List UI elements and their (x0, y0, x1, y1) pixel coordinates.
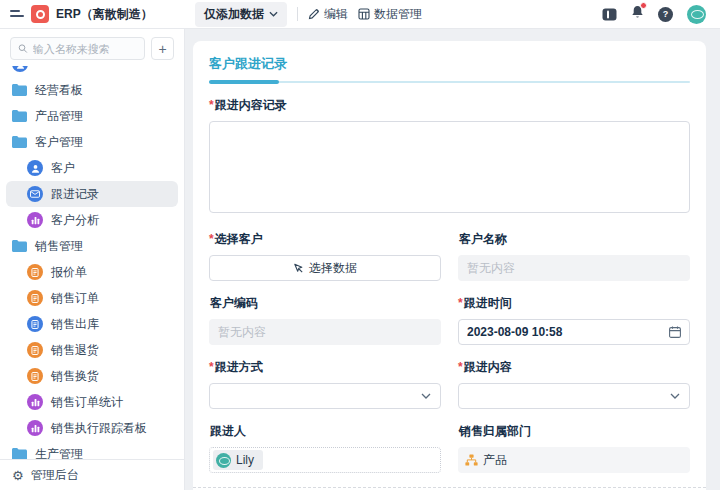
admin-footer[interactable]: ⚙ 管理后台 (0, 459, 184, 490)
follow-time-input[interactable] (467, 325, 669, 339)
doc-icon (27, 290, 43, 306)
sidebar-item-label: 客户 (51, 160, 75, 177)
sidebar-item-label: 跟进记录 (51, 186, 99, 203)
field-label-text: 跟进方式 (215, 360, 263, 374)
add-app-button[interactable]: + (151, 37, 174, 60)
sidebar-item-客户[interactable]: 客户 (6, 155, 178, 181)
required-asterisk: * (458, 296, 463, 310)
gear-icon: ⚙ (12, 469, 24, 482)
follow-method-select[interactable] (209, 383, 441, 409)
sidebar-item-label: 销售订单统计 (51, 394, 123, 411)
sidebar-item-销售出库[interactable]: 销售出库 (6, 311, 178, 337)
sidebar-item-跟进记录[interactable]: 跟进记录 (6, 181, 178, 207)
topbar: ERP（离散制造） 仅添加数据 编辑 数据管理 ? (0, 0, 720, 29)
field-label: *跟进方式 (209, 359, 441, 376)
person-chip: Lily (213, 450, 263, 470)
follow-time-picker[interactable] (458, 319, 690, 345)
sidebar-item-销售换货[interactable]: 销售换货 (6, 363, 178, 389)
folder-icon (12, 136, 27, 148)
sales-department-field: 产品 (458, 447, 690, 473)
field-label: 跟进人 (209, 423, 441, 440)
panel-toggle-icon[interactable] (602, 8, 617, 21)
sidebar-item-经营看板[interactable]: 经营看板 (6, 77, 178, 103)
notification-dot (640, 2, 647, 9)
field-label: 客户名称 (458, 231, 690, 248)
field-label: 销售归属部门 (458, 423, 690, 440)
required-asterisk: * (209, 98, 214, 112)
sidebar-item-生产管理[interactable]: 生产管理 (6, 441, 178, 459)
field-sales-department: 销售归属部门 产品 (458, 423, 690, 473)
sidebar-item-label: 销售退货 (51, 342, 99, 359)
doc-icon (27, 342, 43, 358)
folder-icon (12, 240, 27, 252)
doc-icon (27, 368, 43, 384)
sidebar-item-客户分析[interactable]: 客户分析 (6, 207, 178, 233)
doc-icon (27, 264, 43, 280)
follow-content-select[interactable] (458, 383, 690, 409)
field-label: *跟进时间 (458, 295, 690, 312)
person-name: Lily (236, 453, 254, 467)
folder-icon (12, 84, 27, 96)
search-input[interactable] (33, 43, 137, 55)
content-record-textarea[interactable] (209, 121, 690, 213)
field-label-text: 客户名称 (459, 232, 507, 246)
doc-icon (27, 316, 43, 332)
notification-bell-icon[interactable] (631, 5, 644, 23)
required-asterisk: * (209, 232, 214, 246)
topbar-left: ERP（离散制造） (0, 5, 185, 23)
person-icon (27, 160, 43, 176)
app-logo (31, 5, 49, 23)
edit-button[interactable]: 编辑 (308, 6, 348, 23)
search-box[interactable] (10, 37, 145, 60)
field-label-text: 跟进内容记录 (215, 98, 287, 112)
mode-dropdown[interactable]: 仅添加数据 (195, 2, 287, 27)
sidebar-item-label: 报价单 (51, 264, 87, 281)
sidebar-item-label: 销售出库 (51, 316, 99, 333)
chevron-down-icon (269, 11, 278, 17)
tab-active-indicator (209, 80, 279, 84)
topbar-center: 仅添加数据 编辑 数据管理 (185, 2, 602, 27)
calendar-icon (669, 326, 681, 338)
folder-icon (12, 110, 27, 122)
admin-footer-label: 管理后台 (31, 467, 79, 484)
data-grid-icon (358, 8, 370, 20)
sidebar-item-报价单[interactable]: 报价单 (6, 259, 178, 285)
user-avatar[interactable] (687, 5, 706, 24)
edit-button-label: 编辑 (324, 6, 348, 23)
sidebar-item-销售管理[interactable]: 销售管理 (6, 233, 178, 259)
sidebar-item-销售执行跟踪看板[interactable]: 销售执行跟踪看板 (6, 415, 178, 441)
hamburger-menu-icon[interactable] (10, 9, 24, 19)
dashed-divider (193, 487, 706, 488)
chart-icon (27, 212, 43, 228)
required-asterisk: * (458, 360, 463, 374)
data-manage-button[interactable]: 数据管理 (358, 6, 422, 23)
sidebar-item-label: 销售换货 (51, 368, 99, 385)
sidebar-item-label: 生产管理 (35, 446, 83, 460)
org-chart-icon (465, 454, 478, 466)
select-data-button[interactable]: 选择数据 (209, 255, 441, 281)
tab-customer-followup[interactable]: 客户跟进记录 (209, 55, 287, 73)
sidebar-item-产品管理[interactable]: 产品管理 (6, 103, 178, 129)
form-card: 客户跟进记录 *跟进内容记录 *选择客户 选择数据 客户名称 (193, 41, 706, 490)
sidebar-item[interactable] (6, 66, 178, 77)
department-chip: 产品 (465, 452, 507, 469)
field-customer-name: 客户名称 (458, 231, 690, 281)
department-name: 产品 (483, 452, 507, 469)
cursor-click-icon (293, 263, 304, 274)
sidebar-item-销售退货[interactable]: 销售退货 (6, 337, 178, 363)
help-icon[interactable]: ? (658, 7, 673, 22)
field-label: 客户编码 (209, 295, 441, 312)
field-follow-content: *跟进内容 (458, 359, 690, 409)
tab-underline (209, 80, 690, 84)
chevron-down-icon (670, 393, 680, 399)
sidebar-item-销售订单[interactable]: 销售订单 (6, 285, 178, 311)
sidebar-item-客户管理[interactable]: 客户管理 (6, 129, 178, 155)
select-data-button-label: 选择数据 (309, 260, 357, 277)
follow-person-picker[interactable]: Lily (209, 447, 441, 473)
field-label: *选择客户 (209, 231, 441, 248)
sidebar-item-销售订单统计[interactable]: 销售订单统计 (6, 389, 178, 415)
field-customer-code: 客户编码 (209, 295, 441, 345)
divider (297, 7, 298, 21)
sidebar-item-label: 客户分析 (51, 212, 99, 229)
sidebar-menu: 经营看板产品管理客户管理客户跟进记录客户分析销售管理报价单销售订单销售出库销售退… (0, 66, 184, 459)
